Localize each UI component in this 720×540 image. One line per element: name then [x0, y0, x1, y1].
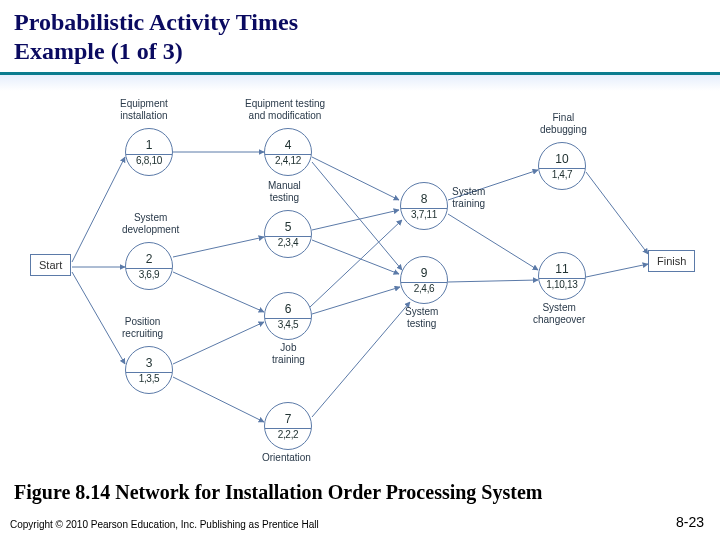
node-number: 1 [126, 139, 172, 151]
node-number: 8 [401, 193, 447, 205]
title-gradient [0, 75, 720, 91]
activity-node-6: 6 3,4,5 [264, 292, 312, 340]
svg-line-6 [173, 322, 264, 364]
svg-line-16 [448, 214, 538, 270]
svg-line-12 [310, 220, 402, 307]
label-position-recruiting: Positionrecruiting [122, 316, 163, 339]
svg-line-10 [312, 210, 399, 230]
activity-node-5: 5 2,3,4 [264, 210, 312, 258]
node-times: 1,3,5 [126, 374, 172, 384]
node-times: 2,4,12 [265, 156, 311, 166]
activity-node-8: 8 3,7,11 [400, 182, 448, 230]
svg-line-19 [586, 264, 648, 277]
svg-line-0 [72, 157, 125, 262]
node-number: 9 [401, 267, 447, 279]
node-times: 3,4,5 [265, 320, 311, 330]
node-times: 1,10,13 [539, 280, 585, 290]
activity-node-1: 1 6,8,10 [125, 128, 173, 176]
node-number: 4 [265, 139, 311, 151]
node-number: 10 [539, 153, 585, 165]
label-orientation: Orientation [262, 452, 311, 464]
node-number: 5 [265, 221, 311, 233]
slide-number: 8-23 [676, 514, 704, 530]
activity-node-3: 3 1,3,5 [125, 346, 173, 394]
node-times: 3,6,9 [126, 270, 172, 280]
node-times: 3,7,11 [401, 210, 447, 220]
node-times: 2,3,4 [265, 238, 311, 248]
activity-node-2: 2 3,6,9 [125, 242, 173, 290]
label-job-training: Jobtraining [272, 342, 305, 365]
activity-node-9: 9 2,4,6 [400, 256, 448, 304]
node-times: 1,4,7 [539, 170, 585, 180]
svg-line-9 [312, 162, 402, 270]
label-system-development: Systemdevelopment [122, 212, 179, 235]
svg-line-8 [312, 157, 399, 200]
node-times: 2,4,6 [401, 284, 447, 294]
label-equipment-testing: Equipment testingand modification [245, 98, 325, 121]
svg-line-7 [173, 377, 264, 422]
node-number: 6 [265, 303, 311, 315]
node-number: 2 [126, 253, 172, 265]
label-manual-testing: Manualtesting [268, 180, 301, 203]
activity-node-11: 11 1,10,13 [538, 252, 586, 300]
svg-line-14 [312, 302, 410, 417]
svg-line-5 [173, 272, 264, 312]
activity-node-10: 10 1,4,7 [538, 142, 586, 190]
label-system-changeover: Systemchangeover [533, 302, 585, 325]
label-equipment-installation: Equipmentinstallation [120, 98, 168, 121]
figure-caption: Figure 8.14 Network for Installation Ord… [14, 481, 542, 504]
label-system-training: Systemtraining [452, 186, 485, 209]
svg-line-13 [312, 287, 400, 314]
activity-node-4: 4 2,4,12 [264, 128, 312, 176]
svg-line-11 [312, 240, 399, 274]
activity-node-7: 7 2,2,2 [264, 402, 312, 450]
label-final-debugging: Finaldebugging [540, 112, 587, 135]
slide-title-line1: Probabilistic Activity Times [14, 8, 706, 37]
node-number: 11 [539, 263, 585, 275]
node-times: 6,8,10 [126, 156, 172, 166]
svg-line-18 [586, 172, 648, 254]
label-system-testing: Systemtesting [405, 306, 438, 329]
svg-line-2 [72, 272, 125, 364]
terminal-finish: Finish [648, 250, 695, 272]
slide-title-line2: Example (1 of 3) [14, 37, 706, 66]
node-number: 7 [265, 413, 311, 425]
node-times: 2,2,2 [265, 430, 311, 440]
copyright-footer: Copyright © 2010 Pearson Education, Inc.… [10, 519, 319, 530]
terminal-start: Start [30, 254, 71, 276]
svg-line-4 [173, 237, 264, 257]
node-number: 3 [126, 357, 172, 369]
svg-line-17 [448, 280, 538, 282]
network-diagram: Start Finish 1 6,8,10 2 3,6,9 3 1,3,5 4 … [0, 92, 720, 482]
